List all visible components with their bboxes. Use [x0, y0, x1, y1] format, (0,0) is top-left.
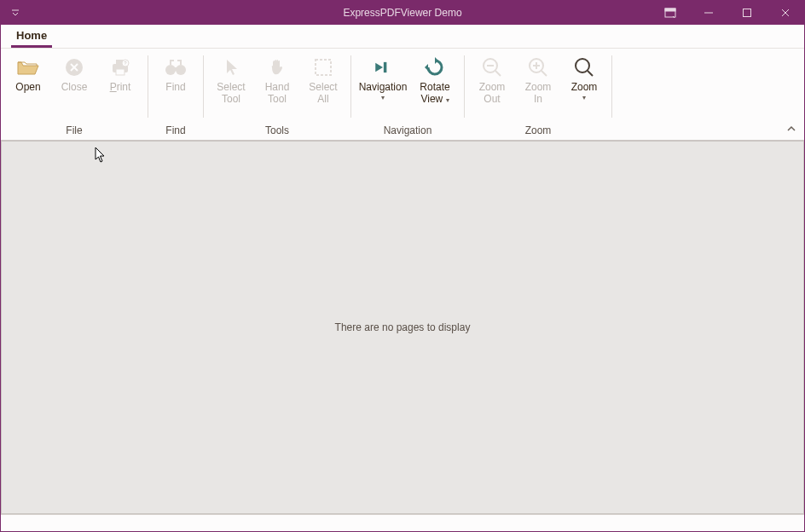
window-controls	[651, 1, 804, 25]
binoculars-icon	[164, 55, 188, 79]
navigation-label: Navigation	[359, 81, 408, 93]
ribbon-collapse-button[interactable]	[785, 123, 797, 136]
ribbon: Open Close ? PPrintrint File	[1, 49, 804, 141]
title-bar: ExpressPDFViewer Demo	[1, 1, 804, 25]
print-button[interactable]: ? PPrintrint	[98, 52, 142, 123]
cursor-icon	[219, 55, 243, 79]
group-navigation: Navigation ▾ RotateView ▾ Navigation	[351, 49, 464, 140]
svg-rect-4	[743, 9, 750, 17]
svg-rect-12	[116, 69, 125, 75]
svg-line-24	[541, 71, 547, 76]
select-tool-button[interactable]: SelectTool	[209, 52, 253, 123]
group-file: Open Close ? PPrintrint File	[1, 49, 148, 140]
group-navigation-label: Navigation	[384, 123, 432, 140]
folder-open-icon	[16, 55, 40, 79]
mouse-cursor-icon	[94, 147, 107, 167]
group-find-label: Find	[165, 123, 185, 140]
zoom-in-icon	[526, 55, 550, 79]
svg-rect-17	[173, 67, 178, 71]
find-label: Find	[165, 81, 185, 93]
rotate-view-button[interactable]: RotateView ▾	[411, 52, 459, 123]
app-window: ExpressPDFViewer Demo Home	[0, 0, 805, 532]
magnifier-icon	[572, 55, 596, 79]
hand-tool-label: HandTool	[265, 81, 290, 105]
svg-rect-18	[316, 60, 331, 75]
zoom-button[interactable]: Zoom ▾	[562, 52, 606, 123]
zoom-in-button[interactable]: ZoomIn	[516, 52, 560, 123]
close-file-button[interactable]: Close	[52, 52, 96, 123]
ribbon-tabstrip: Home	[1, 25, 804, 49]
rotate-view-label: RotateView ▾	[420, 81, 449, 107]
svg-rect-2	[665, 9, 675, 11]
zoom-out-button[interactable]: ZoomOut	[470, 52, 514, 123]
group-file-label: File	[66, 123, 82, 140]
close-file-label: Close	[61, 81, 88, 93]
svg-rect-19	[384, 62, 387, 72]
find-button[interactable]: Find	[153, 52, 198, 123]
zoom-in-label: ZoomIn	[525, 81, 552, 105]
select-all-label: SelectAll	[309, 81, 337, 105]
open-button[interactable]: Open	[6, 52, 50, 123]
open-label: Open	[15, 81, 40, 93]
close-button[interactable]	[766, 1, 804, 25]
group-tools: SelectTool HandTool SelectAll Tools	[204, 49, 350, 140]
select-all-button[interactable]: SelectAll	[301, 52, 345, 123]
ribbon-display-button[interactable]	[651, 1, 689, 25]
separator	[611, 55, 612, 118]
navigation-button[interactable]: Navigation ▾	[356, 52, 409, 123]
printer-icon: ?	[108, 55, 132, 79]
print-label: PPrintrint	[110, 81, 131, 93]
document-area: There are no pages to display	[1, 141, 804, 514]
qat-dropdown-icon[interactable]	[9, 7, 21, 19]
navigation-icon	[371, 55, 395, 79]
hand-icon	[265, 55, 289, 79]
hand-tool-button[interactable]: HandTool	[255, 52, 299, 123]
zoom-label: Zoom	[571, 81, 598, 93]
chevron-down-icon: ▾	[582, 94, 586, 101]
select-tool-label: SelectTool	[217, 81, 245, 105]
group-find: Find Find	[148, 49, 203, 140]
group-zoom-label: Zoom	[525, 123, 552, 140]
empty-message: There are no pages to display	[335, 321, 471, 333]
select-all-icon	[311, 55, 335, 79]
quick-access-toolbar	[1, 7, 30, 19]
svg-line-21	[495, 71, 501, 76]
svg-point-27	[576, 59, 589, 72]
zoom-out-icon	[480, 55, 504, 79]
close-circle-icon	[62, 55, 86, 79]
svg-line-28	[588, 71, 593, 76]
group-zoom: ZoomOut ZoomIn Zoom ▾ Zoom	[465, 49, 611, 140]
zoom-out-label: ZoomOut	[479, 81, 506, 105]
status-bar	[1, 514, 804, 531]
minimize-button[interactable]	[689, 1, 727, 25]
chevron-down-icon: ▾	[381, 94, 385, 101]
tab-home[interactable]: Home	[11, 26, 52, 48]
group-tools-label: Tools	[265, 123, 289, 140]
maximize-button[interactable]	[727, 1, 766, 25]
rotate-icon	[423, 55, 447, 79]
